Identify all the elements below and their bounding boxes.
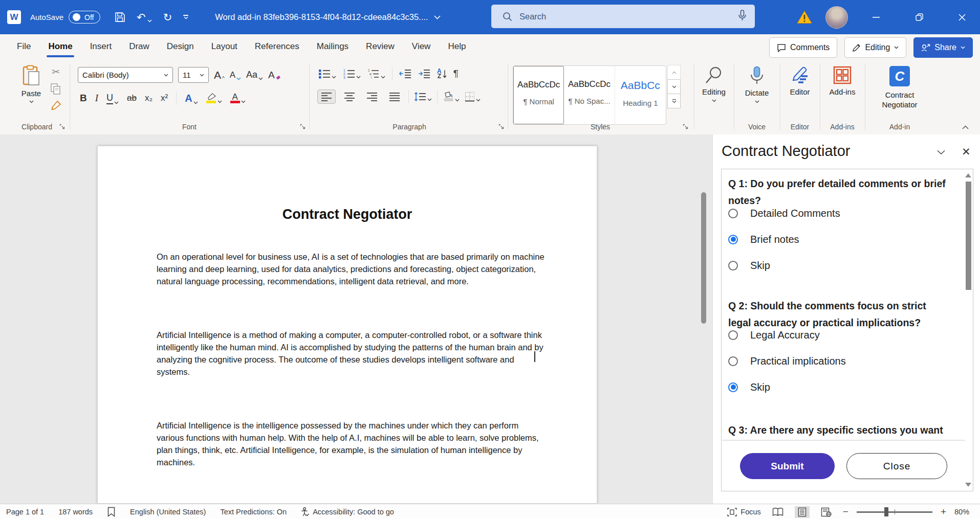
option-practical-implications[interactable]: Practical implications [728, 350, 846, 372]
search-input[interactable]: Search [491, 5, 755, 28]
tab-references[interactable]: References [246, 34, 308, 59]
text-predictions-indicator[interactable]: Text Predictions: On [220, 508, 287, 516]
document-scrollbar-thumb[interactable] [701, 192, 706, 324]
focus-mode-button[interactable]: Focus [727, 508, 761, 516]
text-effects-button[interactable]: A [185, 93, 198, 104]
page-indicator[interactable]: Page 1 of 1 [6, 508, 44, 516]
radio-icon[interactable] [728, 261, 738, 270]
shrink-font-button[interactable]: A [230, 70, 241, 80]
tab-draw[interactable]: Draw [120, 34, 158, 59]
radio-selected-icon[interactable] [728, 235, 738, 244]
document-page[interactable]: Contract Negotiator On an operational le… [97, 146, 597, 504]
styles-gallery-more-button[interactable] [667, 94, 681, 108]
underline-button[interactable]: U [106, 93, 119, 104]
word-count[interactable]: 187 words [58, 508, 93, 516]
clear-formatting-button[interactable]: A [268, 70, 281, 81]
line-spacing-button[interactable] [414, 92, 432, 101]
tab-file[interactable]: File [8, 34, 39, 59]
change-case-button[interactable]: Aa [246, 70, 263, 80]
redo-icon[interactable]: ↻ [163, 12, 172, 22]
styles-dialog-launcher-icon[interactable] [683, 124, 689, 130]
pane-scrollbar-thumb[interactable] [966, 182, 971, 290]
undo-button[interactable]: ↶ [137, 12, 152, 22]
font-dialog-launcher-icon[interactable] [300, 124, 306, 130]
italic-button[interactable]: I [95, 93, 98, 104]
collapse-ribbon-icon[interactable] [962, 125, 969, 129]
style-no-spacing[interactable]: AaBbCcDc ¶ No Spac... [564, 66, 615, 124]
radio-icon[interactable] [728, 356, 738, 366]
radio-selected-icon[interactable] [728, 382, 738, 392]
bullet-list-button[interactable] [318, 69, 336, 79]
contract-negotiator-button[interactable]: C Contract Negotiator [869, 66, 930, 109]
style-normal[interactable]: AaBbCcDc ¶ Normal [513, 66, 564, 124]
tab-design[interactable]: Design [158, 34, 203, 59]
decrease-indent-button[interactable] [399, 69, 411, 78]
save-icon[interactable] [115, 12, 125, 22]
microphone-icon[interactable] [738, 10, 747, 22]
justify-button[interactable] [386, 89, 403, 104]
paste-button[interactable]: Paste [16, 65, 46, 103]
document-canvas[interactable]: Contract Negotiator On an operational le… [0, 134, 712, 504]
editor-button[interactable]: Editor [783, 66, 817, 96]
show-paragraph-marks-button[interactable]: ¶ [453, 68, 459, 79]
zoom-out-button[interactable]: − [843, 506, 848, 517]
user-avatar[interactable] [825, 6, 848, 29]
option-skip-q1[interactable]: Skip [728, 254, 770, 277]
subscript-button[interactable]: x₂ [145, 93, 153, 103]
word-logo-icon[interactable]: W [7, 10, 21, 24]
tab-help[interactable]: Help [439, 34, 474, 59]
document-title[interactable]: Word add-in 83feb396-8153-4f04-8d12-cdee… [215, 12, 441, 22]
scroll-up-icon[interactable] [965, 173, 971, 177]
radio-icon[interactable] [728, 209, 738, 218]
cut-icon[interactable]: ✂ [52, 66, 60, 78]
editing-button[interactable]: Editing [697, 66, 731, 102]
font-name-select[interactable]: Calibri (Body) [78, 67, 173, 83]
option-skip-q2[interactable]: Skip [728, 376, 770, 398]
submit-button[interactable]: Submit [740, 453, 835, 479]
close-window-button[interactable] [947, 2, 977, 33]
bold-button[interactable]: B [80, 93, 87, 104]
zoom-slider[interactable] [857, 507, 932, 517]
web-layout-button[interactable] [818, 506, 835, 518]
share-button[interactable]: Share [913, 37, 973, 58]
pane-collapse-icon[interactable] [937, 150, 945, 154]
option-brief-notes[interactable]: Brief notes [728, 228, 799, 251]
comments-button[interactable]: Comments [769, 37, 837, 58]
dictate-button[interactable]: Dictate [737, 66, 777, 103]
grow-font-button[interactable]: A^ [214, 69, 225, 81]
zoom-in-button[interactable]: + [941, 506, 946, 517]
styles-scroll-down-button[interactable] [667, 79, 681, 94]
tab-insert[interactable]: Insert [81, 34, 121, 59]
tab-layout[interactable]: Layout [203, 34, 246, 59]
pane-scrollbar[interactable] [965, 170, 972, 490]
addins-button[interactable]: Add-ins [823, 66, 862, 96]
text-highlight-button[interactable] [206, 93, 222, 103]
clipboard-dialog-launcher-icon[interactable] [59, 124, 66, 130]
tab-mailings[interactable]: Mailings [308, 34, 357, 59]
font-size-select[interactable]: 11 [178, 67, 209, 83]
restore-button[interactable] [904, 2, 934, 33]
paragraph-dialog-launcher-icon[interactable] [498, 124, 505, 130]
borders-button[interactable] [465, 92, 481, 102]
sort-button[interactable]: A Z [437, 69, 447, 79]
style-heading-1[interactable]: AaBbCc Heading 1 [615, 66, 666, 124]
editing-mode-button[interactable]: Editing [844, 37, 906, 58]
strikethrough-button[interactable]: ab [127, 93, 137, 103]
autosave-toggle[interactable]: Off [69, 11, 100, 24]
align-left-button[interactable] [317, 89, 336, 104]
scroll-down-icon[interactable] [965, 483, 971, 487]
option-legal-accuracy[interactable]: Legal Accuracy [728, 324, 820, 346]
align-center-button[interactable] [341, 89, 358, 104]
print-layout-button[interactable] [795, 506, 810, 518]
styles-scroll-up-button[interactable] [667, 65, 681, 80]
pane-close-icon[interactable]: ✕ [962, 146, 971, 158]
numbered-list-button[interactable]: 1 2 3 [343, 69, 361, 79]
warning-icon[interactable] [797, 10, 812, 24]
increase-indent-button[interactable] [418, 69, 430, 78]
zoom-level[interactable]: 80% [954, 508, 975, 516]
close-button[interactable]: Close [846, 453, 947, 479]
multilevel-list-button[interactable]: 1 a i [367, 69, 385, 79]
format-painter-icon[interactable] [50, 100, 61, 110]
quick-access-overflow-icon[interactable] [183, 15, 188, 19]
superscript-button[interactable]: x² [161, 93, 168, 103]
